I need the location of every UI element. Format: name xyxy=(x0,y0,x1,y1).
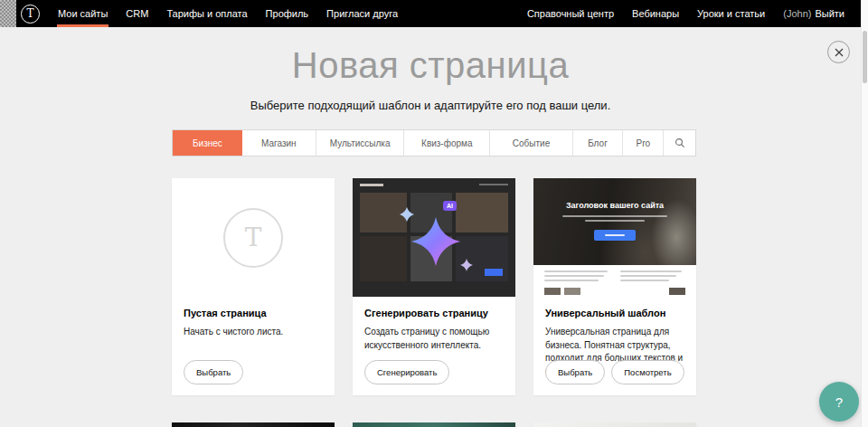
tab-business[interactable]: Бизнес xyxy=(173,130,242,156)
template-card-blank: T Пустая страница Начать с чистого листа… xyxy=(172,178,335,395)
universal-preview-text xyxy=(533,265,696,297)
card-description: Начать с чистого листа. xyxy=(184,326,323,339)
card-actions: Выбрать Посмотреть xyxy=(545,360,684,384)
nav-webinars[interactable]: Вебинары xyxy=(623,0,688,27)
generate-button[interactable]: Сгенерировать xyxy=(364,360,449,384)
tilda-logo-icon[interactable]: T xyxy=(21,5,40,24)
preview-detail xyxy=(544,275,604,277)
template-card-ai: AI Сгенерировать страницу Создать страни… xyxy=(353,178,515,395)
preview-detail xyxy=(544,280,599,281)
preview-thumbnail xyxy=(544,288,561,295)
template-card-universal: Заголовок вашего сайта xyxy=(533,178,696,395)
tab-search[interactable] xyxy=(664,130,695,156)
close-icon xyxy=(835,48,844,57)
card-body: Сгенерировать страницу Создать страницу … xyxy=(353,297,515,352)
preview-thumbnail xyxy=(669,288,685,295)
secondary-nav: Справочный центр Вебинары Уроки и статьи… xyxy=(518,0,854,27)
close-button[interactable] xyxy=(827,41,850,63)
template-card-partial-3 xyxy=(533,422,696,427)
preview-detail xyxy=(620,275,676,277)
nav-profile[interactable]: Профиль xyxy=(257,0,318,27)
template-card-partial-2 xyxy=(353,422,515,427)
topbar: T Мои сайты CRM Тарифы и оплата Профиль … xyxy=(0,0,868,27)
preview-letter: T xyxy=(245,223,262,252)
preview-detail xyxy=(620,280,669,281)
main-nav: Мои сайты CRM Тарифы и оплата Профиль Пр… xyxy=(49,0,407,27)
tilda-circle-logo-icon: T xyxy=(223,208,283,268)
tab-quiz-form[interactable]: Квиз-форма xyxy=(404,130,490,156)
tab-pro[interactable]: Pro xyxy=(623,130,664,156)
template-grid: T Пустая страница Начать с чистого листа… xyxy=(172,178,696,427)
template-tabs: Бизнес Магазин Мультиссылка Квиз-форма С… xyxy=(172,129,696,157)
choose-button[interactable]: Выбрать xyxy=(545,360,605,384)
nav-tariffs[interactable]: Тарифы и оплата xyxy=(157,0,256,27)
tab-multilink[interactable]: Мультиссылка xyxy=(316,130,405,156)
user-name: (John) xyxy=(783,8,811,19)
ai-badge: AI xyxy=(443,201,457,211)
universal-preview[interactable]: Заголовок вашего сайта xyxy=(533,178,696,297)
page-title: Новая страница xyxy=(0,45,861,86)
scrollbar-thumb[interactable] xyxy=(863,31,867,83)
preview-detail xyxy=(562,215,667,217)
ai-star-icon xyxy=(380,198,488,281)
preview-thumbnail xyxy=(564,288,580,295)
template-card-partial-1 xyxy=(172,422,335,427)
corner-pattern xyxy=(0,0,16,27)
card-title: Пустая страница xyxy=(184,308,323,318)
card-title: Универсальный шаблон xyxy=(545,308,684,318)
card-body: Пустая страница Начать с чистого листа. xyxy=(172,297,335,339)
help-button[interactable]: ? xyxy=(819,382,859,422)
partial-preview[interactable] xyxy=(353,422,515,427)
card-title: Сгенерировать страницу xyxy=(364,308,504,318)
tab-blog[interactable]: Блог xyxy=(573,130,623,156)
nav-logout[interactable]: (John)Выйти xyxy=(774,0,854,27)
photo-overlay xyxy=(533,178,696,265)
page-subtitle: Выберите подходящий шаблон и адаптируйте… xyxy=(0,99,861,112)
partial-preview[interactable] xyxy=(172,422,335,427)
preview-detail xyxy=(605,234,625,236)
preview-detail xyxy=(585,220,645,222)
search-icon xyxy=(675,138,685,148)
ai-preview[interactable]: AI xyxy=(353,178,515,297)
preview-detail xyxy=(479,184,508,185)
logout-label: Выйти xyxy=(815,8,844,19)
preview-detail xyxy=(544,270,608,272)
nav-crm[interactable]: CRM xyxy=(117,0,157,27)
nav-my-sites[interactable]: Мои сайты xyxy=(49,0,117,27)
blank-page-preview[interactable]: T xyxy=(172,178,335,297)
preview-detail xyxy=(620,270,682,272)
nav-help-center[interactable]: Справочный центр xyxy=(518,0,623,27)
card-actions: Выбрать xyxy=(184,360,243,384)
card-description: Создать страницу с помощью искусственног… xyxy=(364,326,504,352)
universal-preview-photo: Заголовок вашего сайта xyxy=(533,178,696,265)
choose-button[interactable]: Выбрать xyxy=(184,360,243,384)
preview-detail xyxy=(360,184,383,186)
card-actions: Сгенерировать xyxy=(364,360,449,384)
tab-shop[interactable]: Магазин xyxy=(242,130,316,156)
preview-heading: Заголовок вашего сайта xyxy=(533,201,696,210)
view-button[interactable]: Посмотреть xyxy=(611,360,684,384)
nav-lessons[interactable]: Уроки и статьи xyxy=(688,0,774,27)
scrollbar[interactable] xyxy=(861,0,868,427)
nav-invite-friend[interactable]: Пригласи друга xyxy=(317,0,407,27)
tab-event[interactable]: Событие xyxy=(490,130,573,156)
preview-cta-button xyxy=(594,230,636,241)
partial-preview[interactable] xyxy=(533,422,696,427)
logo-letter: T xyxy=(26,8,33,19)
